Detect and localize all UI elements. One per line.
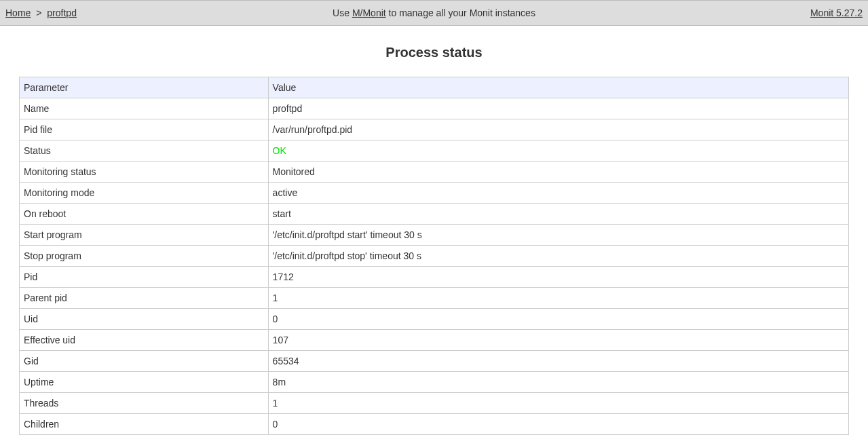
table-row: Children0 bbox=[20, 414, 849, 435]
param-cell: On reboot bbox=[20, 204, 269, 225]
param-cell: Pid bbox=[20, 267, 269, 288]
param-cell: Status bbox=[20, 140, 269, 162]
center-prefix: Use bbox=[333, 7, 352, 18]
value-cell: 0 bbox=[268, 309, 848, 330]
value-cell: /var/run/proftpd.pid bbox=[268, 119, 848, 140]
value-cell: '/etc/init.d/proftpd stop' timeout 30 s bbox=[268, 246, 848, 267]
table-row: StatusOK bbox=[20, 140, 849, 162]
table-row: Pid file/var/run/proftpd.pid bbox=[20, 119, 849, 140]
param-cell: Parent pid bbox=[20, 288, 269, 309]
page-title: Process status bbox=[19, 45, 849, 60]
center-suffix: to manage all your Monit instances bbox=[386, 7, 535, 18]
main-content: Process status Parameter Value Nameproft… bbox=[0, 45, 868, 435]
param-cell: Start program bbox=[20, 225, 269, 246]
table-row: Gid65534 bbox=[20, 351, 849, 372]
value-cell: start bbox=[268, 204, 848, 225]
header-right: Monit 5.27.2 bbox=[577, 7, 863, 18]
param-cell: Gid bbox=[20, 351, 269, 372]
value-cell: 65534 bbox=[268, 351, 848, 372]
param-cell: Pid file bbox=[20, 119, 269, 140]
mmonit-link[interactable]: M/Monit bbox=[352, 7, 386, 18]
table-row: On rebootstart bbox=[20, 204, 849, 225]
param-cell: Uptime bbox=[20, 372, 269, 393]
value-cell: 0 bbox=[268, 414, 848, 435]
table-row: Stop program'/etc/init.d/proftpd stop' t… bbox=[20, 246, 849, 267]
value-cell: '/etc/init.d/proftpd start' timeout 30 s bbox=[268, 225, 848, 246]
home-link[interactable]: Home bbox=[5, 7, 31, 18]
param-cell: Children bbox=[20, 414, 269, 435]
header-center-text: Use M/Monit to manage all your Monit ins… bbox=[291, 7, 577, 18]
status-ok-text: OK bbox=[273, 145, 286, 156]
table-row: Monitoring statusMonitored bbox=[20, 162, 849, 183]
table-row: Parent pid1 bbox=[20, 288, 849, 309]
table-row: Nameproftpd bbox=[20, 98, 849, 119]
header-parameter: Parameter bbox=[20, 77, 269, 98]
status-table: Parameter Value NameproftpdPid file/var/… bbox=[19, 77, 849, 435]
param-cell: Threads bbox=[20, 393, 269, 414]
value-cell: 107 bbox=[268, 330, 848, 351]
value-cell: 1 bbox=[268, 288, 848, 309]
value-cell: 1 bbox=[268, 393, 848, 414]
table-row: Effective uid107 bbox=[20, 330, 849, 351]
breadcrumb-separator: > bbox=[36, 7, 41, 18]
value-cell: Monitored bbox=[268, 162, 848, 183]
param-cell: Effective uid bbox=[20, 330, 269, 351]
table-row: Monitoring modeactive bbox=[20, 183, 849, 204]
value-cell: active bbox=[268, 183, 848, 204]
table-row: Uid0 bbox=[20, 309, 849, 330]
param-cell: Name bbox=[20, 98, 269, 119]
table-row: Uptime8m bbox=[20, 372, 849, 393]
param-cell: Monitoring mode bbox=[20, 183, 269, 204]
value-cell: OK bbox=[268, 140, 848, 162]
table-row: Start program'/etc/init.d/proftpd start'… bbox=[20, 225, 849, 246]
param-cell: Stop program bbox=[20, 246, 269, 267]
monit-version-link[interactable]: Monit 5.27.2 bbox=[810, 7, 863, 18]
table-row: Pid1712 bbox=[20, 267, 849, 288]
breadcrumb: Home > proftpd bbox=[5, 7, 291, 18]
value-cell: 1712 bbox=[268, 267, 848, 288]
breadcrumb-current[interactable]: proftpd bbox=[47, 7, 77, 18]
param-cell: Monitoring status bbox=[20, 162, 269, 183]
table-row: Threads1 bbox=[20, 393, 849, 414]
header-value: Value bbox=[268, 77, 848, 98]
table-header-row: Parameter Value bbox=[20, 77, 849, 98]
value-cell: proftpd bbox=[268, 98, 848, 119]
top-header: Home > proftpd Use M/Monit to manage all… bbox=[0, 0, 868, 26]
param-cell: Uid bbox=[20, 309, 269, 330]
value-cell: 8m bbox=[268, 372, 848, 393]
